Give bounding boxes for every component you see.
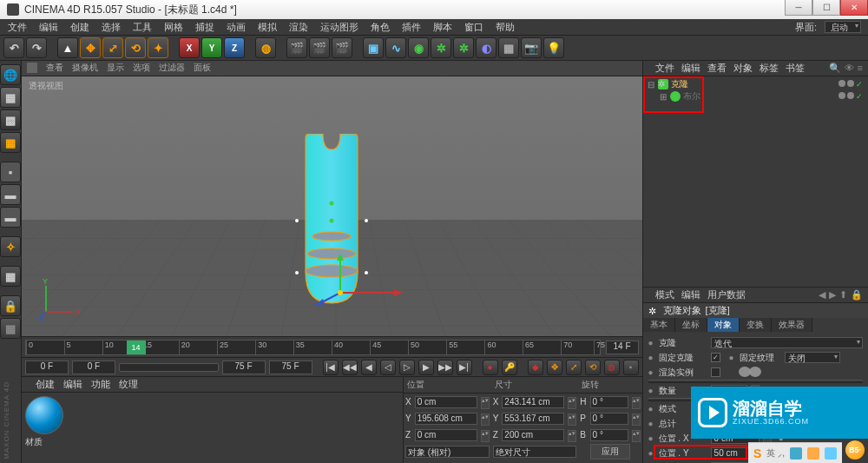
- menu-edit[interactable]: 编辑: [35, 20, 62, 35]
- key-pos-button[interactable]: ✥: [547, 360, 562, 375]
- mat-menu-edit[interactable]: 编辑: [63, 378, 82, 391]
- timeline-cursor[interactable]: 14: [127, 341, 146, 354]
- layout-dropdown[interactable]: 启动: [825, 21, 861, 33]
- maximize-button[interactable]: ☐: [812, 0, 840, 16]
- workplane-snap-button[interactable]: ▦: [0, 318, 21, 339]
- render-instance-checkbox[interactable]: [711, 367, 720, 377]
- live-select-tool[interactable]: ▲: [57, 37, 78, 58]
- rotate-tool[interactable]: ⟲: [125, 37, 146, 58]
- move-tool[interactable]: ✥: [80, 37, 101, 58]
- timeline-ruler[interactable]: 0 5 10 15 20 25 30 35 40 45 50 55 60 65 …: [25, 340, 601, 355]
- vp-menu-cameras[interactable]: 摄像机: [72, 62, 98, 74]
- mat-menu-function[interactable]: 功能: [91, 378, 110, 391]
- lock-z-axis[interactable]: Z: [224, 37, 245, 58]
- goto-start-button[interactable]: |◀: [323, 360, 339, 375]
- menu-mesh[interactable]: 网格: [160, 20, 187, 35]
- menu-create[interactable]: 创建: [66, 20, 94, 35]
- size-x-field[interactable]: 243.141 cm: [502, 396, 564, 408]
- lock-icon[interactable]: 🔒: [851, 289, 863, 301]
- polygon-mode-button[interactable]: ▬: [0, 207, 21, 228]
- search-icon[interactable]: 🔍: [829, 63, 841, 74]
- attr-menu-edit[interactable]: 编辑: [681, 288, 700, 301]
- play-backward-button[interactable]: ◁: [380, 360, 396, 375]
- step-back-button[interactable]: ◀: [361, 360, 377, 375]
- recent-tool[interactable]: ✦: [148, 37, 168, 58]
- texture-mode-button[interactable]: ▩: [0, 109, 21, 130]
- tree-row-cloner[interactable]: ⊟ ✲ 克隆 ✓: [645, 78, 866, 90]
- mat-menu-create[interactable]: 创建: [36, 378, 55, 391]
- menu-plugins[interactable]: 插件: [398, 20, 425, 35]
- snap-enable-button[interactable]: 🔒: [0, 295, 21, 316]
- axis-mode-button[interactable]: ✧: [0, 236, 21, 257]
- rot-h-field[interactable]: 0 °: [590, 396, 628, 408]
- menu-help[interactable]: 帮助: [491, 20, 519, 35]
- menu-snap[interactable]: 捕捉: [191, 20, 219, 35]
- rot-b-field[interactable]: 0 °: [590, 429, 628, 441]
- tray-icon[interactable]: [825, 447, 837, 460]
- nav-fwd-icon[interactable]: ▶: [829, 289, 836, 301]
- filter-icon[interactable]: ≡: [858, 63, 863, 74]
- fixed-texture-dropdown[interactable]: 关闭: [785, 352, 841, 363]
- pos-z-field[interactable]: 0 cm: [415, 429, 477, 441]
- render-settings-button[interactable]: 🎬: [332, 37, 352, 58]
- attr-menu-mode[interactable]: 模式: [655, 288, 674, 301]
- sogou-icon[interactable]: S: [753, 446, 761, 460]
- attr-menu-userdata[interactable]: 用户数据: [707, 288, 746, 301]
- menu-character[interactable]: 角色: [366, 20, 394, 35]
- menu-simulate[interactable]: 模拟: [253, 20, 281, 35]
- preview-start-field[interactable]: 0 F: [72, 360, 115, 374]
- om-menu-view[interactable]: 查看: [707, 62, 727, 75]
- om-menu-bookmarks[interactable]: 书签: [786, 62, 805, 75]
- coord-system-button[interactable]: ◍: [255, 37, 276, 58]
- rot-p-field[interactable]: 0 °: [590, 413, 628, 425]
- scale-tool[interactable]: ⤢: [102, 37, 123, 58]
- pos-x-field[interactable]: 0 cm: [415, 396, 477, 408]
- lock-x-axis[interactable]: X: [179, 37, 200, 58]
- pos-mode-dropdown[interactable]: 对象 (相对): [405, 446, 490, 458]
- om-menu-file[interactable]: 文件: [655, 62, 674, 75]
- expand-icon[interactable]: ⊟: [647, 80, 655, 89]
- goto-prev-key-button[interactable]: ◀◀: [342, 360, 358, 375]
- vp-menu-filter[interactable]: 过滤器: [159, 62, 185, 74]
- minimize-button[interactable]: ─: [785, 0, 812, 16]
- tree-row-boole[interactable]: ⊞ 布尔 ✓: [645, 90, 866, 103]
- notification-bubble[interactable]: B5·: [845, 440, 865, 460]
- key-scale-button[interactable]: ⤢: [566, 360, 582, 375]
- clone-mode-dropdown[interactable]: 迭代: [711, 337, 863, 348]
- om-menu-tags[interactable]: 标签: [760, 62, 779, 75]
- menu-tools[interactable]: 工具: [128, 20, 156, 35]
- pos-x-spinner[interactable]: ▴▾: [481, 397, 490, 409]
- mat-menu-texture[interactable]: 纹理: [119, 378, 138, 391]
- fixed-clone-checkbox[interactable]: ✓: [711, 353, 720, 362]
- key-param-button[interactable]: ◍: [604, 360, 620, 375]
- add-mograph-button[interactable]: ✲: [431, 37, 451, 58]
- step-forward-button[interactable]: ▶: [418, 360, 434, 375]
- expand-icon[interactable]: ⊞: [659, 92, 667, 102]
- close-button[interactable]: ✕: [840, 0, 868, 16]
- menu-script[interactable]: 脚本: [429, 20, 457, 35]
- object-tree[interactable]: ⊟ ✲ 克隆 ✓ ⊞ 布尔 ✓: [643, 76, 868, 287]
- make-editable-button[interactable]: 🌐: [0, 64, 21, 85]
- current-frame-field[interactable]: 14 F: [606, 341, 639, 354]
- attr-tab-object[interactable]: 对象: [707, 318, 740, 332]
- object-name[interactable]: 克隆: [671, 78, 688, 90]
- autokey-button[interactable]: 🔑: [502, 360, 517, 375]
- object-axis-gizmo[interactable]: [306, 254, 410, 306]
- key-rot-button[interactable]: ⟲: [585, 360, 601, 375]
- tray-icon[interactable]: [807, 447, 819, 460]
- preview-end-field[interactable]: 75 F: [222, 360, 266, 374]
- vp-menu-view[interactable]: 查看: [46, 62, 63, 74]
- add-spline-button[interactable]: ∿: [385, 37, 406, 58]
- point-mode-button[interactable]: ▪: [0, 162, 21, 182]
- record-button[interactable]: ●: [483, 360, 498, 375]
- vp-menu-panel[interactable]: 面板: [194, 62, 211, 74]
- tray-icon[interactable]: [790, 447, 802, 460]
- key-pla-button[interactable]: ▪: [623, 360, 639, 375]
- timeline-range-slider[interactable]: [119, 363, 219, 372]
- add-environment-button[interactable]: ◐: [476, 37, 496, 58]
- goto-next-key-button[interactable]: ▶▶: [437, 360, 453, 375]
- apply-button[interactable]: 应用: [590, 444, 630, 460]
- add-deformer-button[interactable]: ✲: [453, 37, 474, 58]
- add-camera-button[interactable]: ▦: [498, 37, 519, 58]
- nav-up-icon[interactable]: ⬆: [839, 289, 847, 301]
